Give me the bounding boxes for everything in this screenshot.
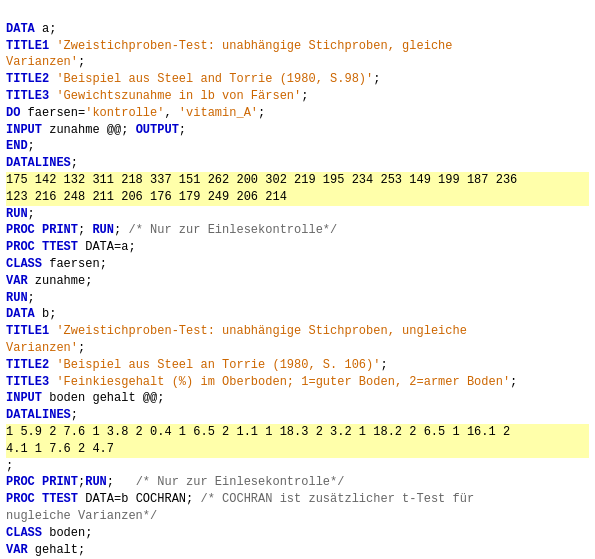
code-token-plain	[114, 475, 136, 489]
code-line: VAR gehalt;	[6, 542, 589, 559]
code-line: 123 216 248 211 206 176 179 249 206 214	[6, 189, 589, 206]
code-token-kw: CLASS	[6, 526, 42, 540]
code-line: DATA b;	[6, 306, 589, 323]
code-token-plain: boden;	[42, 526, 92, 540]
code-line: CLASS faersen;	[6, 256, 589, 273]
code-line: 175 142 132 311 218 337 151 262 200 302 …	[6, 172, 589, 189]
code-token-str: Varianzen'	[6, 341, 78, 355]
code-token-plain: gehalt;	[28, 543, 86, 557]
code-token-plain: faersen;	[42, 257, 107, 271]
code-token-comment: nugleiche Varianzen*/	[6, 509, 157, 523]
code-token-plain: ;	[258, 106, 265, 120]
code-token-plain: ;	[114, 223, 128, 237]
code-token-comment: /* COCHRAN ist zusätzlicher t-Test für	[200, 492, 474, 506]
code-token-kw: RUN	[92, 223, 114, 237]
code-line: TITLE2 'Beispiel aus Steel and Torrie (1…	[6, 71, 589, 88]
code-token-plain: zunahme @@;	[42, 123, 136, 137]
code-token-kw: PROC PRINT	[6, 475, 78, 489]
code-token-plain: DATA=a;	[78, 240, 136, 254]
code-token-str: 'Beispiel aus Steel an Torrie (1980, S. …	[56, 358, 380, 372]
code-token-plain: ;	[373, 72, 380, 86]
code-line: DATALINES;	[6, 155, 589, 172]
code-token-plain: ,	[164, 106, 178, 120]
code-token-str: Varianzen'	[6, 55, 78, 69]
code-token-kw: TITLE1	[6, 324, 49, 338]
code-token-plain: ;	[78, 55, 85, 69]
code-token-kw: RUN	[85, 475, 107, 489]
code-line: TITLE3 'Feinkiesgehalt (%) im Oberboden;…	[6, 374, 589, 391]
code-token-plain: ;	[510, 375, 517, 389]
code-token-plain: boden gehalt @@;	[42, 391, 164, 405]
code-line: ;	[6, 458, 589, 475]
code-token-str: 'Zweistichproben-Test: unabhängige Stich…	[56, 39, 452, 53]
code-token-kw: TITLE2	[6, 358, 49, 372]
code-line: TITLE3 'Gewichtszunahme in lb von Färsen…	[6, 88, 589, 105]
code-line: Varianzen';	[6, 340, 589, 357]
code-token-plain: b;	[35, 307, 57, 321]
code-token-kw: TITLE1	[6, 39, 49, 53]
code-line: TITLE2 'Beispiel aus Steel an Torrie (19…	[6, 357, 589, 374]
code-token-plain: a;	[35, 22, 57, 36]
code-token-kw: INPUT	[6, 123, 42, 137]
code-token-plain: 4.1 1 7.6 2 4.7	[6, 442, 114, 456]
code-token-kw: CLASS	[6, 257, 42, 271]
code-line: Varianzen';	[6, 54, 589, 71]
code-token-kw: VAR	[6, 274, 28, 288]
code-token-kw: PROC TTEST	[6, 492, 78, 506]
code-token-plain: faersen=	[20, 106, 85, 120]
code-line: RUN;	[6, 290, 589, 307]
code-token-kw: DATALINES	[6, 408, 71, 422]
code-token-plain: ;	[6, 459, 13, 473]
code-line: nugleiche Varianzen*/	[6, 508, 589, 525]
code-token-str: 'Feinkiesgehalt (%) im Oberboden; 1=gute…	[56, 375, 510, 389]
code-line: CLASS boden;	[6, 525, 589, 542]
code-token-str: 'Beispiel aus Steel and Torrie (1980, S.…	[56, 72, 373, 86]
code-token-plain: ;	[78, 341, 85, 355]
code-token-comment: /* Nur zur Einlesekontrolle*/	[136, 475, 345, 489]
code-line: END;	[6, 138, 589, 155]
code-line: 1 5.9 2 7.6 1 3.8 2 0.4 1 6.5 2 1.1 1 18…	[6, 424, 589, 441]
code-editor: DATA a;TITLE1 'Zweistichproben-Test: una…	[6, 4, 589, 559]
code-token-kw: TITLE3	[6, 375, 49, 389]
code-line: DATALINES;	[6, 407, 589, 424]
code-token-plain: DATA=b COCHRAN;	[78, 492, 200, 506]
code-token-kw: TITLE3	[6, 89, 49, 103]
code-token-comment: /* Nur zur Einlesekontrolle*/	[128, 223, 337, 237]
code-line: RUN;	[6, 206, 589, 223]
code-token-plain: ;	[71, 408, 78, 422]
code-line: INPUT boden gehalt @@;	[6, 390, 589, 407]
code-token-kw: INPUT	[6, 391, 42, 405]
code-token-kw: TITLE2	[6, 72, 49, 86]
code-token-str: 'vitamin_A'	[179, 106, 258, 120]
code-token-plain: 175 142 132 311 218 337 151 262 200 302 …	[6, 173, 517, 187]
code-token-plain: ;	[28, 207, 35, 221]
code-token-kw: PROC TTEST	[6, 240, 78, 254]
code-token-str: 'Zweistichproben-Test: unabhängige Stich…	[56, 324, 466, 338]
code-token-plain: 1 5.9 2 7.6 1 3.8 2 0.4 1 6.5 2 1.1 1 18…	[6, 425, 510, 439]
code-line: PROC TTEST DATA=b COCHRAN; /* COCHRAN is…	[6, 491, 589, 508]
code-line: 4.1 1 7.6 2 4.7	[6, 441, 589, 458]
code-token-plain: ;	[179, 123, 186, 137]
code-token-plain: ;	[71, 156, 78, 170]
code-line: VAR zunahme;	[6, 273, 589, 290]
code-line: TITLE1 'Zweistichproben-Test: unabhängig…	[6, 323, 589, 340]
code-token-str: 'Gewichtszunahme in lb von Färsen'	[56, 89, 301, 103]
code-line: PROC TTEST DATA=a;	[6, 239, 589, 256]
code-line: INPUT zunahme @@; OUTPUT;	[6, 122, 589, 139]
code-token-kw: DATALINES	[6, 156, 71, 170]
code-token-kw: OUTPUT	[136, 123, 179, 137]
code-token-kw: END	[6, 139, 28, 153]
code-token-str: 'kontrolle'	[85, 106, 164, 120]
code-token-kw: RUN	[6, 207, 28, 221]
code-line: DATA a;	[6, 21, 589, 38]
code-token-plain: ;	[301, 89, 308, 103]
code-token-plain: ;	[28, 291, 35, 305]
code-line: PROC PRINT;RUN; /* Nur zur Einlesekontro…	[6, 474, 589, 491]
code-token-kw: PROC PRINT	[6, 223, 78, 237]
code-token-plain: 123 216 248 211 206 176 179 249 206 214	[6, 190, 287, 204]
code-token-plain: ;	[28, 139, 35, 153]
code-token-plain: ;	[78, 223, 92, 237]
code-token-kw: DATA	[6, 307, 35, 321]
code-token-plain: zunahme;	[28, 274, 93, 288]
code-line: DO faersen='kontrolle', 'vitamin_A';	[6, 105, 589, 122]
